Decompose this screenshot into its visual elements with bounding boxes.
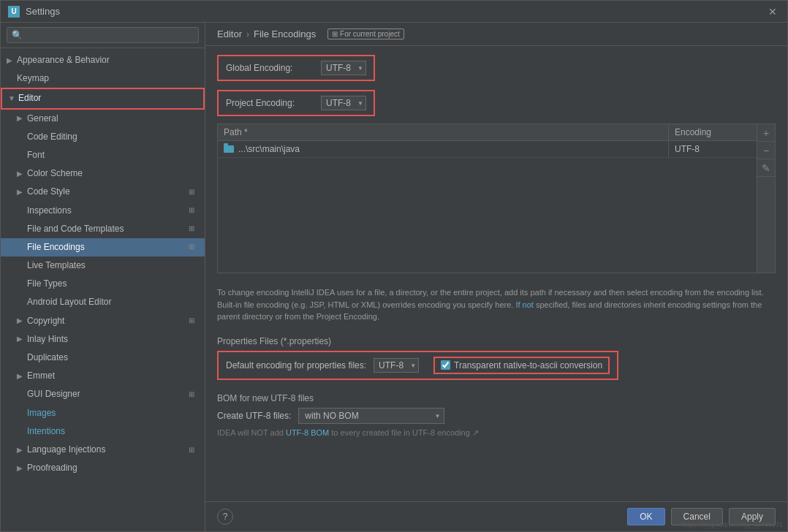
right-panel: Editor › File Encodings ⊞ For current pr… [205,23,787,531]
help-button[interactable]: ? [217,509,233,525]
bom-select[interactable]: with NO BOM with BOM [298,408,444,424]
props-encoding-select-wrapper: UTF-8 [374,358,419,373]
sidebar-item-editor[interactable]: Editor [1,88,205,109]
global-encoding-select-wrapper: UTF-8 [321,61,366,75]
row-path: ...\src\main\java [218,141,669,157]
breadcrumb-file-encodings: File Encodings [254,28,316,39]
table-action-buttons: + − ✎ [757,124,775,273]
proof-arrow [17,463,27,474]
code-style-arrow [17,186,27,198]
project-encoding-select[interactable]: UTF-8 [321,96,366,110]
inlay-arrow [17,333,27,345]
breadcrumb-bar: Editor › File Encodings ⊞ For current pr… [205,23,787,46]
breadcrumb-editor: Editor [217,28,242,39]
sidebar-item-file-code-templates[interactable]: File and Code Templates ⊞ [1,220,205,238]
properties-header: Properties Files (*.properties) [217,336,776,346]
add-encoding-button[interactable]: + [757,124,775,142]
sidebar-item-emmet[interactable]: Emmet [1,367,205,385]
props-encoding-select[interactable]: UTF-8 [374,358,419,373]
file-encoding-table-wrapper: Path * Encoding ...\src\main\java UTF-8 [217,123,776,273]
settings-icon: ⊞ [189,186,199,198]
sidebar-item-color-scheme[interactable]: Color Scheme [1,164,205,183]
project-encoding-container: Project Encoding: UTF-8 [217,90,375,116]
sidebar-item-inspections[interactable]: Inspections ⊞ [1,202,205,220]
copyright-arrow [17,315,27,327]
bom-note: IDEA will NOT add UTF-8 BOM to every cre… [217,428,776,438]
window-title: Settings [26,6,765,17]
table-row[interactable]: ...\src\main\java UTF-8 [218,141,757,158]
arrow-icon [7,55,17,66]
sidebar-item-images[interactable]: Images [1,404,205,422]
transparent-label: Transparent native-to-ascii conversion [454,360,602,370]
bom-select-wrapper: with NO BOM with BOM [298,408,444,424]
editor-arrow-icon [8,93,18,104]
app-icon: U [8,6,20,18]
table-header: Path * Encoding [218,124,757,141]
global-encoding-label: Global Encoding: [226,63,321,73]
info-text: To change encoding IntelliJ IDEA uses fo… [217,286,776,323]
sidebar-item-code-editing[interactable]: Code Editing [1,128,205,146]
bom-section: BOM for new UTF-8 files Create UTF-8 fil… [217,393,776,438]
sidebar-item-copyright[interactable]: Copyright ⊞ [1,312,205,330]
edit-encoding-button[interactable]: ✎ [757,159,775,177]
info-link: If not [515,300,533,309]
properties-row: Default encoding for properties files: U… [217,351,618,380]
sidebar-item-live-templates[interactable]: Live Templates [1,256,205,275]
sidebar-item-gui-designer[interactable]: GUI Designer ⊞ [1,385,205,403]
create-utf8-label: Create UTF-8 files: [217,411,291,421]
lang-arrow [17,444,27,456]
sidebar-item-android-layout[interactable]: Android Layout Editor [1,293,205,311]
sidebar-item-intentions[interactable]: Intentions [1,422,205,441]
sidebar-item-file-encodings[interactable]: File Encodings ⊞ [1,238,205,256]
settings-icon-2: ⊞ [189,205,199,216]
bom-link: UTF-8 BOM [286,428,329,437]
dialog-body: Appearance & Behavior Keymap Editor Gene… [1,23,787,531]
sidebar-item-inlay-hints[interactable]: Inlay Hints [1,330,205,349]
general-arrow-icon [17,113,27,124]
settings-icon-4: ⊞ [189,241,199,253]
sidebar-item-language-injections[interactable]: Language Injections ⊞ [1,441,205,459]
sidebar-item-proofreading[interactable]: Proofreading [1,459,205,477]
search-input[interactable] [7,27,199,43]
sidebar-item-appearance[interactable]: Appearance & Behavior [1,51,205,69]
settings-icon-5: ⊞ [189,315,199,327]
remove-encoding-button[interactable]: − [757,142,775,159]
tree-area: Appearance & Behavior Keymap Editor Gene… [1,48,205,531]
row-encoding: UTF-8 [669,141,757,157]
title-bar: U Settings ✕ [1,1,787,23]
close-button[interactable]: ✕ [765,4,780,19]
settings-icon-3: ⊞ [189,223,199,235]
transparent-conversion-container: Transparent native-to-ascii conversion [433,357,610,374]
spacer [7,73,17,85]
col-encoding-header: Encoding [669,124,757,140]
sidebar-item-general[interactable]: General [1,110,205,128]
table-body: ...\src\main\java UTF-8 [218,141,757,273]
settings-icon-6: ⊞ [189,389,199,400]
ok-button[interactable]: OK [627,508,664,525]
transparent-checkbox[interactable] [441,360,450,370]
folder-icon [224,145,234,153]
global-encoding-container: Global Encoding: UTF-8 [217,55,375,81]
sidebar-item-code-style[interactable]: Code Style ⊞ [1,183,205,201]
project-badge: ⊞ For current project [327,28,404,39]
watermark: https://blog.csdn.net/qq_33745371 [682,521,783,528]
settings-icon-7: ⊞ [189,444,199,456]
file-encoding-table: Path * Encoding ...\src\main\java UTF-8 [218,124,757,273]
emmet-arrow [17,370,27,382]
settings-dialog: U Settings ✕ Appearance & Behavior Keyma… [0,0,788,532]
sidebar-item-font[interactable]: Font [1,146,205,164]
sidebar-item-duplicates[interactable]: Duplicates [1,349,205,367]
global-encoding-select[interactable]: UTF-8 [321,61,366,75]
properties-section: Properties Files (*.properties) Default … [217,336,776,380]
sidebar-item-keymap[interactable]: Keymap [1,69,205,88]
bom-header: BOM for new UTF-8 files [217,393,776,403]
col-path-header: Path * [218,124,669,140]
bom-row: Create UTF-8 files: with NO BOM with BOM [217,408,776,424]
content-area: Global Encoding: UTF-8 Project Encoding:… [205,46,787,501]
default-encoding-label: Default encoding for properties files: [226,360,366,370]
project-encoding-label: Project Encoding: [226,98,321,108]
left-panel: Appearance & Behavior Keymap Editor Gene… [1,23,205,531]
sidebar-item-file-types[interactable]: File Types [1,275,205,293]
breadcrumb-separator: › [246,29,249,39]
color-scheme-arrow [17,168,27,180]
